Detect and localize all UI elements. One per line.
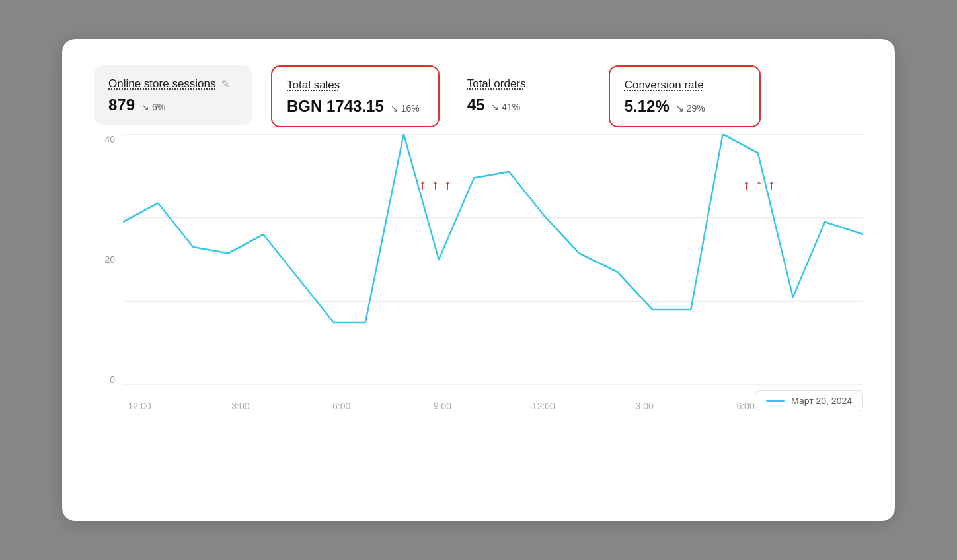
y-label-0: 0 [110,374,115,385]
metric-conversion-rate[interactable]: Conversion rate 5.12% ↘ 29% [609,65,761,127]
metric-title-conversion: Conversion rate [625,79,704,92]
metric-change-sales: ↘ 16% [391,103,420,114]
x-label-600a: 6:00 [325,401,358,411]
chart-line [123,134,863,322]
metric-change-conversion: ↘ 29% [676,103,705,114]
metric-value-orders: 45 [467,96,485,114]
x-label-1200a: 12:00 [123,401,156,411]
metric-online-store-sessions[interactable]: Online store sessions ✎ 879 ↘ 6% [94,65,252,125]
metric-total-sales[interactable]: Total sales BGN 1743.15 ↘ 16% [271,65,440,127]
chart-legend: Март 20, 2024 [755,390,863,411]
x-label-900a: 9:00 [426,401,459,411]
legend-line-icon [766,400,785,402]
metric-title-sales: Total sales [287,79,340,92]
y-label-40: 40 [104,134,115,145]
legend-label: Март 20, 2024 [791,396,852,406]
metric-total-orders[interactable]: Total orders 45 ↘ 41% [458,65,590,125]
metric-value-conversion: 5.12% [625,97,670,116]
metric-title-orders: Total orders [467,77,526,90]
x-axis-labels: 12:00 3:00 6:00 9:00 12:00 3:00 6:00 9:0… [123,388,863,411]
chart-inner [123,134,863,385]
metric-title-sessions: Online store sessions [108,77,216,90]
x-label-1200b: 12:00 [527,401,560,411]
metric-value-sessions: 879 [108,96,135,114]
metric-change-orders: ↘ 41% [491,102,520,112]
metrics-row: Online store sessions ✎ 879 ↘ 6% Total s… [94,65,863,127]
metric-change-sessions: ↘ 6% [141,102,165,112]
x-label-300b: 3:00 [628,401,661,411]
x-label-300a: 3:00 [224,401,257,411]
line-chart-svg [123,134,863,385]
y-axis-labels: 40 20 0 [94,134,120,385]
dashboard-card: Online store sessions ✎ 879 ↘ 6% Total s… [62,39,895,521]
metric-value-sales: BGN 1743.15 [287,97,384,116]
chart-area: 40 20 0 12:00 3:00 6:00 9:00 12:00 3:00 [94,134,863,411]
y-label-20: 20 [104,254,115,265]
edit-icon[interactable]: ✎ [221,78,230,90]
